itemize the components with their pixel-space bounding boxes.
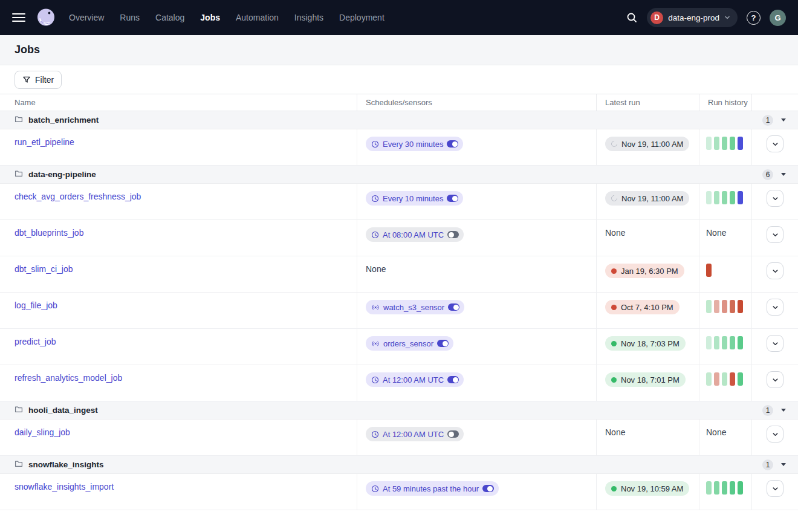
nav-item-automation[interactable]: Automation — [236, 13, 279, 22]
nav-item-catalog[interactable]: Catalog — [155, 13, 184, 22]
nav-item-insights[interactable]: Insights — [294, 13, 323, 22]
schedule-chip[interactable]: At 59 minutes past the hour — [366, 481, 499, 496]
search-icon[interactable] — [626, 11, 638, 24]
latest-run-chip[interactable]: Nov 18, 7:01 PM — [605, 372, 686, 387]
deployment-switcher[interactable]: D data-eng-prod — [647, 8, 738, 27]
job-group-row[interactable]: hooli_data_ingest1 — [0, 401, 798, 420]
collapse-caret-icon[interactable] — [781, 409, 786, 412]
job-group-row[interactable]: snowflake_insights1 — [0, 456, 798, 474]
expand-row-button[interactable] — [767, 426, 783, 443]
expand-row-button[interactable] — [767, 371, 783, 388]
job-link[interactable]: run_etl_pipeline — [15, 137, 74, 147]
schedule-chip[interactable]: At 08:00 AM UTC — [366, 227, 464, 242]
latest-run-chip[interactable]: Nov 19, 10:59 AM — [605, 481, 689, 496]
latest-run-time: Nov 18, 7:03 PM — [621, 339, 680, 348]
run-history-bar[interactable] — [722, 191, 727, 204]
job-link[interactable]: snowflake_insights_import — [15, 482, 114, 491]
job-link[interactable]: daily_sling_job — [15, 427, 70, 437]
sensor-chip[interactable]: watch_s3_sensor — [366, 300, 464, 314]
run-history-bar[interactable] — [738, 300, 743, 313]
run-history-bar[interactable] — [738, 191, 743, 204]
latest-run-chip[interactable]: Jan 19, 6:30 PM — [605, 264, 684, 278]
expand-row-button[interactable] — [767, 335, 783, 352]
latest-run-chip[interactable]: Nov 19, 11:00 AM — [605, 137, 689, 151]
schedule-chip[interactable]: Every 10 minutes — [366, 191, 463, 206]
sensor-signal-icon — [371, 303, 380, 311]
run-history-bar[interactable] — [722, 137, 727, 150]
expand-row-button[interactable] — [767, 135, 783, 152]
expand-row-button[interactable] — [767, 480, 783, 497]
schedule-toggle[interactable] — [447, 140, 458, 148]
nav-item-jobs[interactable]: Jobs — [200, 13, 220, 22]
latest-run-chip[interactable]: Nov 18, 7:03 PM — [605, 336, 686, 351]
schedule-chip[interactable]: At 12:00 AM UTC — [366, 427, 464, 441]
menu-icon[interactable] — [12, 13, 25, 22]
run-history-bar[interactable] — [714, 137, 719, 150]
run-history-bar[interactable] — [730, 300, 735, 313]
dagster-logo-icon[interactable] — [35, 7, 57, 28]
run-history-bar[interactable] — [714, 300, 719, 313]
schedule-chip[interactable]: Every 30 minutes — [366, 137, 463, 151]
run-history-bar[interactable] — [706, 264, 712, 277]
run-history-bar[interactable] — [706, 372, 712, 386]
nav-item-runs[interactable]: Runs — [120, 13, 140, 22]
run-history-bar[interactable] — [706, 300, 712, 313]
column-header-schedules: Schedules/sensors — [357, 94, 596, 111]
filter-button[interactable]: Filter — [15, 71, 62, 89]
schedule-toggle[interactable] — [447, 231, 459, 238]
help-icon[interactable]: ? — [747, 11, 761, 25]
run-history-bar[interactable] — [730, 336, 735, 349]
job-link[interactable]: dbt_slim_ci_job — [15, 264, 73, 274]
schedule-chip[interactable]: At 12:00 AM UTC — [366, 372, 464, 387]
expand-row-button[interactable] — [767, 226, 783, 243]
run-history-bar[interactable] — [714, 336, 719, 349]
job-link[interactable]: predict_job — [15, 337, 56, 346]
expand-row-button[interactable] — [767, 190, 783, 207]
run-history-bar[interactable] — [714, 191, 719, 204]
nav-item-overview[interactable]: Overview — [69, 13, 104, 22]
run-history-bar[interactable] — [738, 481, 743, 495]
run-history-bar[interactable] — [722, 481, 727, 495]
job-group-row[interactable]: batch_enrichment1 — [0, 111, 798, 129]
run-history-bar[interactable] — [738, 336, 743, 349]
run-history-bar[interactable] — [714, 481, 719, 495]
schedule-toggle[interactable] — [447, 195, 458, 202]
run-history-bar[interactable] — [730, 137, 735, 150]
run-history-bar[interactable] — [730, 191, 735, 204]
run-history-bar[interactable] — [706, 336, 712, 349]
schedule-toggle[interactable] — [447, 430, 459, 438]
run-history-bar[interactable] — [738, 137, 743, 150]
collapse-caret-icon[interactable] — [781, 118, 786, 122]
nav-item-deployment[interactable]: Deployment — [339, 13, 384, 22]
schedule-toggle[interactable] — [448, 303, 459, 311]
run-history-bar[interactable] — [706, 191, 712, 204]
schedule-toggle[interactable] — [437, 340, 449, 347]
job-link[interactable]: log_file_job — [15, 300, 57, 310]
run-history-bars — [706, 336, 751, 349]
latest-run-chip[interactable]: Nov 19, 11:00 AM — [605, 191, 689, 206]
run-history-bar[interactable] — [706, 137, 712, 150]
run-history-bar[interactable] — [722, 336, 727, 349]
expand-row-button[interactable] — [767, 299, 783, 316]
run-history-bar[interactable] — [722, 372, 727, 386]
schedule-toggle[interactable] — [447, 376, 459, 383]
run-history-bar[interactable] — [738, 372, 743, 386]
job-link[interactable]: check_avg_orders_freshness_job — [15, 192, 141, 201]
run-history-bar[interactable] — [722, 300, 727, 313]
collapse-caret-icon[interactable] — [781, 173, 786, 176]
collapse-caret-icon[interactable] — [781, 463, 786, 466]
avatar[interactable]: G — [770, 10, 786, 26]
filter-button-label: Filter — [35, 75, 54, 85]
job-link[interactable]: refresh_analytics_model_job — [15, 373, 122, 383]
run-history-bar[interactable] — [730, 372, 735, 386]
job-group-row[interactable]: data-eng-pipeline6 — [0, 166, 798, 184]
run-history-bar[interactable] — [714, 372, 719, 386]
run-history-bar[interactable] — [730, 481, 735, 495]
sensor-chip[interactable]: orders_sensor — [366, 336, 453, 351]
run-history-bar[interactable] — [706, 481, 712, 495]
schedule-toggle[interactable] — [482, 485, 494, 492]
latest-run-chip[interactable]: Oct 7, 4:10 PM — [605, 300, 680, 314]
clock-icon — [371, 485, 379, 493]
expand-row-button[interactable] — [767, 262, 783, 279]
job-link[interactable]: dbt_blueprints_job — [15, 228, 83, 238]
